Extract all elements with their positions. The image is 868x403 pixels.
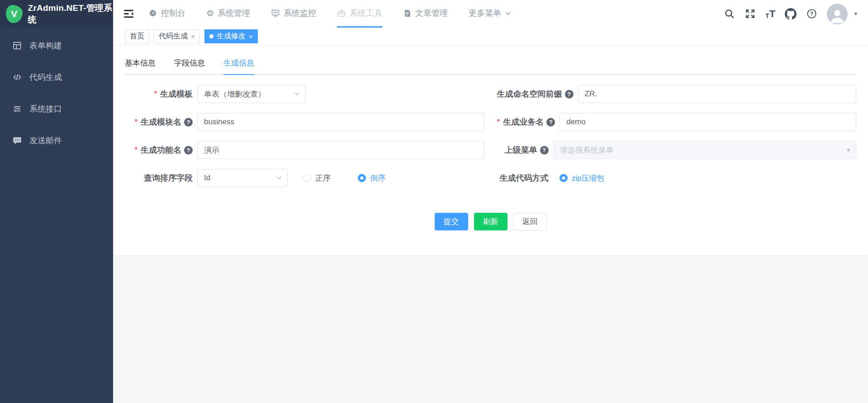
main-area: 控制台 ⚙ 系统管理 系统监控 [113, 0, 868, 403]
radio-label: 倒序 [370, 173, 385, 183]
font-size-icon[interactable]: TT [765, 9, 775, 19]
tag-home[interactable]: 首页 [125, 29, 149, 43]
module-input[interactable] [197, 113, 484, 131]
tag-code-gen[interactable]: 代码生成 × [154, 29, 200, 43]
article-icon [403, 9, 412, 18]
top-menu-monitor[interactable]: 系统监控 [271, 0, 316, 28]
business-input[interactable] [560, 113, 856, 131]
help-icon[interactable]: ? [806, 8, 817, 19]
toolbox-icon [337, 9, 346, 18]
content-area: 基本信息 字段信息 生成信息 * 生成模板 单表（增删改查） [113, 46, 868, 403]
caret-down-icon[interactable]: ▼ [854, 11, 858, 16]
help-circle-icon[interactable]: ? [184, 118, 193, 127]
tag-gen-edit[interactable]: 生成修改 × [204, 29, 258, 43]
app-root: V ZrAdmin.NET-管理系统 表单构建 代码生成 [0, 0, 868, 403]
gear-icon: ⚙ [206, 9, 214, 18]
top-menu-more[interactable]: 更多菜单 [469, 0, 512, 28]
zip-radio[interactable]: zip压缩包 [560, 173, 605, 183]
help-circle-icon[interactable]: ? [540, 146, 549, 155]
close-icon[interactable]: × [249, 33, 253, 40]
sidebar: V ZrAdmin.NET-管理系统 表单构建 代码生成 [0, 0, 113, 403]
gen-tabs: 基本信息 字段信息 生成信息 [125, 58, 856, 75]
gen-info-form: * 生成模板 单表（增删改查） 生成命名空间前缀 ? [125, 85, 856, 187]
github-icon[interactable] [785, 8, 797, 20]
sidebar-collapse-icon[interactable] [120, 0, 137, 28]
close-icon[interactable]: × [191, 33, 195, 40]
radio-circle-icon [560, 174, 568, 182]
form-item-parent-menu: 上级菜单 ? 请选择系统菜单 ▼ [497, 141, 857, 159]
sidebar-item-label: 发送邮件 [29, 135, 62, 146]
avatar[interactable] [827, 4, 848, 24]
sort-desc-radio[interactable]: 倒序 [358, 173, 385, 183]
top-menu-dashboard[interactable]: 控制台 [148, 0, 185, 28]
form-buttons: 提交 刷新 返回 [125, 213, 856, 230]
tag-label: 首页 [130, 32, 144, 41]
top-menu-label: 系统工具 [350, 8, 382, 19]
app-title: ZrAdmin.NET-管理系统 [28, 2, 113, 26]
chevron-down-icon [294, 90, 301, 98]
logo-bar[interactable]: V ZrAdmin.NET-管理系统 [0, 0, 113, 28]
help-circle-icon[interactable]: ? [565, 90, 574, 98]
sort-asc-radio[interactable]: 正序 [303, 173, 331, 183]
sidebar-item-api[interactable]: 系统接口 [0, 93, 113, 125]
submit-button[interactable]: 提交 [435, 213, 468, 230]
chevron-down-icon [505, 10, 512, 17]
navbar-right-tools: TT ? ▼ [724, 0, 868, 28]
dashboard-icon [148, 9, 157, 18]
template-select[interactable]: 单表（增删改查） [197, 85, 306, 103]
parent-menu-placeholder: 请选择系统菜单 [560, 145, 614, 155]
form-item-code-method: 生成代码方式 zip压缩包 [497, 169, 857, 187]
radio-circle-icon [303, 174, 311, 182]
monitor-icon [271, 9, 280, 18]
parent-menu-select[interactable]: 请选择系统菜单 ▼ [553, 141, 857, 159]
namespace-input[interactable] [578, 85, 857, 103]
sidebar-item-code-gen[interactable]: 代码生成 [0, 61, 113, 93]
top-menu-label: 控制台 [161, 8, 185, 19]
sidebar-item-label: 表单构建 [29, 40, 62, 51]
top-menu-label: 系统监控 [284, 8, 316, 19]
field-label: * 生成业务名 ? [497, 117, 560, 127]
sidebar-item-form-builder[interactable]: 表单构建 [0, 30, 113, 61]
mail-icon [12, 136, 22, 145]
tab-gen-info[interactable]: 生成信息 [223, 58, 254, 75]
top-menu-articles[interactable]: 文章管理 [403, 0, 448, 28]
top-menu-system[interactable]: ⚙ 系统管理 [206, 0, 250, 28]
api-icon [12, 104, 22, 114]
sidebar-item-send-mail[interactable]: 发送邮件 [0, 125, 113, 156]
back-button[interactable]: 返回 [513, 213, 547, 230]
tags-view-bar: 首页 代码生成 × 生成修改 × [113, 28, 868, 46]
top-menu-label: 文章管理 [415, 8, 448, 19]
active-dot-icon [209, 34, 213, 38]
field-label: 生成代码方式 [497, 173, 553, 183]
sort-field-value: Id [204, 173, 210, 183]
top-menu-label: 更多菜单 [469, 8, 501, 19]
tag-label: 代码生成 [159, 32, 188, 41]
form-item-namespace: 生成命名空间前缀 ? [497, 85, 857, 103]
code-icon [12, 72, 22, 82]
radio-label: 正序 [315, 173, 331, 183]
field-label: 查询排序字段 [125, 173, 197, 183]
caret-down-icon: ▼ [845, 147, 851, 154]
required-asterisk: * [497, 117, 500, 127]
app-logo-icon: V [6, 5, 23, 23]
form-item-module: * 生成模块名 ? [125, 113, 484, 131]
help-circle-icon[interactable]: ? [546, 118, 555, 127]
fullscreen-icon[interactable] [745, 8, 756, 19]
tab-basic-info[interactable]: 基本信息 [125, 58, 156, 74]
tab-field-info[interactable]: 字段信息 [174, 58, 205, 74]
function-input[interactable] [197, 141, 484, 159]
refresh-button[interactable]: 刷新 [474, 213, 508, 230]
tag-label: 生成修改 [217, 32, 246, 41]
field-label: * 生成模块名 ? [125, 117, 197, 127]
form-item-function: * 生成功能名 ? [125, 141, 484, 159]
top-menu-label: 系统管理 [218, 8, 250, 19]
sort-field-select[interactable]: Id [197, 169, 288, 187]
help-circle-icon[interactable]: ? [184, 146, 193, 155]
top-navbar: 控制台 ⚙ 系统管理 系统监控 [113, 0, 868, 28]
required-asterisk: * [154, 89, 157, 98]
top-menu-tools[interactable]: 系统工具 [337, 0, 382, 28]
search-icon[interactable] [724, 8, 735, 19]
template-select-value: 单表（增删改查） [204, 89, 266, 99]
form-item-sort: 查询排序字段 Id 正序 倒序 [125, 169, 484, 187]
form-item-business: * 生成业务名 ? [497, 113, 857, 131]
